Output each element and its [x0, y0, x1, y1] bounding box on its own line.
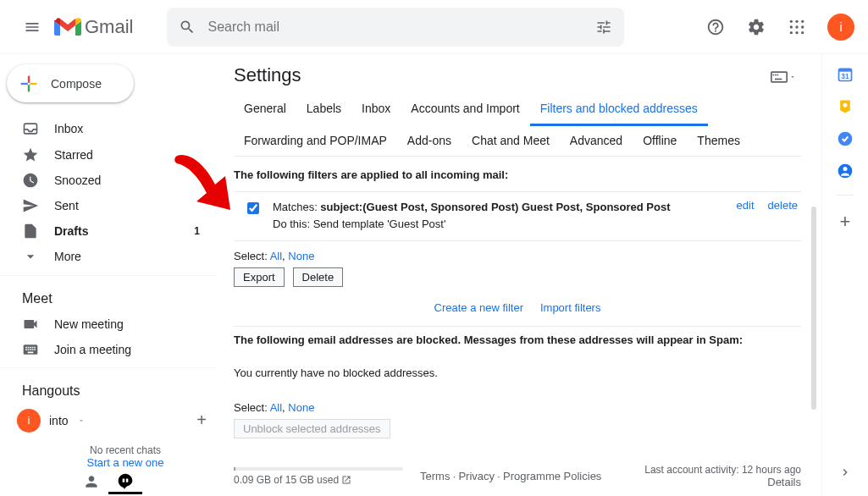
- storage-bar[interactable]: [234, 467, 403, 471]
- chevron-down-icon: [22, 248, 39, 265]
- delete-button[interactable]: Delete: [293, 267, 344, 287]
- inbox-icon: [22, 120, 39, 137]
- chat-status: No recent chats Start a new one: [0, 438, 217, 469]
- file-icon: [22, 223, 39, 240]
- sidebar-item-label: Join a meeting: [54, 343, 131, 356]
- sidebar-item-more[interactable]: More: [0, 244, 210, 269]
- sidebar-item-starred[interactable]: Starred: [0, 142, 210, 168]
- scrollbar[interactable]: [811, 207, 816, 410]
- filter-select-row: Select: All, None: [234, 241, 801, 267]
- no-chats-text: No recent chats: [34, 444, 217, 456]
- hangouts-icon: [117, 472, 134, 489]
- create-filter-link[interactable]: Create a new filter: [434, 301, 524, 314]
- filter-matches-label: Matches:: [273, 201, 320, 213]
- svg-point-22: [843, 167, 848, 171]
- main-menu-button[interactable]: [14, 8, 51, 46]
- svg-point-3: [790, 25, 793, 28]
- tab-forwarding[interactable]: Forwarding and POP/IMAP: [234, 125, 397, 156]
- tab-addons[interactable]: Add-ons: [397, 125, 462, 156]
- apps-button[interactable]: [780, 10, 814, 44]
- privacy-link[interactable]: Privacy: [458, 470, 495, 482]
- start-chat-link[interactable]: Start a new one: [34, 456, 217, 469]
- open-icon[interactable]: [341, 475, 351, 485]
- select-all-link[interactable]: All: [270, 250, 282, 262]
- contacts-icon[interactable]: [837, 163, 854, 179]
- tab-labels[interactable]: Labels: [296, 93, 351, 125]
- filter-edit-link[interactable]: edit: [737, 199, 755, 212]
- details-link[interactable]: Details: [767, 476, 801, 488]
- tab-advanced[interactable]: Advanced: [560, 125, 633, 156]
- compose-plus-icon: [17, 72, 41, 96]
- svg-rect-17: [839, 69, 852, 71]
- new-chat-button[interactable]: +: [196, 411, 207, 430]
- clock-icon: [22, 172, 39, 189]
- filter-matches-value: subject:(Guest Post, Sponsored Post) Gue…: [320, 201, 670, 213]
- tab-general[interactable]: General: [234, 93, 296, 125]
- sidebar-item-sent[interactable]: Sent: [0, 193, 210, 218]
- tab-themes[interactable]: Themes: [687, 125, 750, 156]
- sidebar-item-snoozed[interactable]: Snoozed: [0, 168, 210, 193]
- select-all-link[interactable]: All: [270, 401, 282, 414]
- contacts-tab[interactable]: [75, 469, 108, 494]
- sidebar-item-label: More: [54, 250, 81, 263]
- filter-checkbox[interactable]: [247, 202, 259, 214]
- sidebar-item-drafts[interactable]: Drafts1: [0, 218, 210, 244]
- svg-rect-11: [772, 73, 787, 81]
- sidebar-item-inbox[interactable]: Inbox: [0, 116, 210, 141]
- tab-offline[interactable]: Offline: [633, 125, 687, 156]
- support-button[interactable]: [699, 10, 733, 44]
- sidebar-item-join-meeting[interactable]: Join a meeting: [0, 337, 210, 362]
- tab-filters[interactable]: Filters and blocked addresses: [530, 93, 708, 126]
- filter-delete-link[interactable]: delete: [768, 199, 798, 212]
- tab-accounts[interactable]: Accounts and Import: [401, 93, 529, 125]
- search-input[interactable]: [207, 19, 595, 35]
- unblock-button: Unblock selected addresses: [234, 419, 390, 438]
- compose-button[interactable]: Compose: [7, 64, 134, 102]
- sidebar-item-label: Sent: [54, 199, 79, 212]
- filters-heading: The following filters are applied to all…: [234, 157, 801, 191]
- sidebar-item-label: Starred: [54, 148, 93, 162]
- person-icon: [83, 473, 100, 490]
- sidebar-item-new-meeting[interactable]: New meeting: [0, 311, 210, 337]
- hangouts-user-row[interactable]: i into +: [0, 404, 217, 438]
- search-options-icon[interactable]: [595, 19, 612, 36]
- collapse-panel-button[interactable]: [838, 466, 852, 479]
- filter-description: Matches: subject:(Guest Post, Sponsored …: [273, 199, 671, 232]
- filter-row: Matches: subject:(Guest Post, Sponsored …: [234, 191, 801, 241]
- svg-rect-15: [775, 79, 782, 80]
- export-button[interactable]: Export: [234, 267, 285, 287]
- sidebar-footer-tabs: [0, 469, 217, 496]
- terms-link[interactable]: Terms: [420, 470, 450, 482]
- calendar-icon[interactable]: 31: [837, 66, 854, 83]
- select-none-link[interactable]: None: [288, 250, 314, 262]
- svg-point-4: [795, 25, 798, 28]
- svg-point-7: [795, 31, 798, 34]
- tab-inbox[interactable]: Inbox: [351, 93, 401, 125]
- policies-link[interactable]: Programme Policies: [503, 470, 601, 482]
- settings-button[interactable]: [739, 10, 773, 44]
- sidebar-item-label: New meeting: [54, 317, 124, 331]
- select-label: Select:: [234, 250, 270, 262]
- gmail-logo[interactable]: Gmail: [54, 16, 133, 38]
- account-avatar[interactable]: i: [827, 14, 854, 41]
- add-addon-button[interactable]: +: [840, 211, 851, 233]
- tab-chat[interactable]: Chat and Meet: [462, 125, 560, 156]
- hangouts-avatar: i: [17, 409, 41, 433]
- compose-label: Compose: [51, 77, 102, 91]
- hangouts-tab[interactable]: [108, 469, 142, 494]
- help-icon: [706, 18, 725, 36]
- tasks-icon[interactable]: [837, 130, 854, 147]
- svg-point-0: [790, 19, 793, 22]
- select-none-link[interactable]: None: [288, 401, 314, 414]
- svg-point-8: [801, 31, 804, 34]
- storage-text: 0.09 GB of 15 GB used: [234, 474, 339, 486]
- svg-point-19: [843, 103, 848, 107]
- search-bar[interactable]: [167, 8, 624, 47]
- import-filters-link[interactable]: Import filters: [540, 301, 601, 314]
- svg-point-5: [801, 25, 804, 28]
- sidebar-item-label: Drafts: [54, 224, 88, 238]
- keep-icon[interactable]: [837, 98, 854, 115]
- input-tools-button[interactable]: [771, 71, 796, 83]
- sidebar-item-label: Snoozed: [54, 174, 101, 187]
- hamburger-icon: [24, 19, 41, 36]
